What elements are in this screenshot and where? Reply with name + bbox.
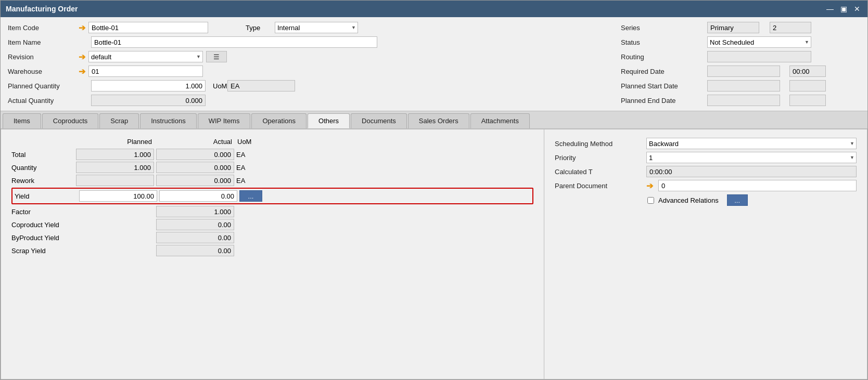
header-form: Item Code ➔ Type Internal Item Name Re [1,17,867,111]
tab-wip-items[interactable]: WIP Items [198,113,251,128]
priority-select[interactable]: 1 [646,152,857,163]
tab-attachments[interactable]: Attachments [470,113,530,128]
parent-document-input[interactable] [658,180,857,191]
required-time-input[interactable] [789,65,826,77]
status-select[interactable]: Not Scheduled [707,36,811,48]
planned-qty-row: Planned Quantity UoM [8,80,600,92]
scrap-yield-label: Scrap Yield [11,247,74,255]
yield-browse-button[interactable]: ... [239,190,262,202]
header-left: Item Code ➔ Type Internal Item Name Re [8,21,600,109]
warehouse-label: Warehouse [8,68,75,75]
advanced-relations-row: Advanced Relations ... [555,194,857,206]
planned-qty-input[interactable] [91,80,206,91]
series-row: Series [621,21,860,34]
tab-items[interactable]: Items [3,113,41,128]
revision-select[interactable]: default [88,51,203,62]
parent-document-row: Parent Document ➔ [555,180,857,191]
parent-document-label: Parent Document [555,182,643,190]
required-date-input[interactable] [707,65,780,77]
uom-input[interactable] [227,80,295,91]
calculated-t-row: Calculated T [555,166,857,177]
series-num-input[interactable] [770,22,811,33]
type-select[interactable]: Internal [275,22,358,33]
planned-start-input[interactable] [707,80,780,91]
planned-end-label: Planned End Date [621,97,704,104]
planned-start-row: Planned Start Date [621,80,860,92]
scheduling-method-select-wrap: Backward [646,138,857,149]
status-row: Status Not Scheduled [621,36,860,48]
tab-scrap[interactable]: Scrap [99,113,139,128]
calculated-t-label: Calculated T [555,168,643,176]
quantity-label: Quantity [11,164,74,172]
planned-end-input[interactable] [707,95,780,106]
required-date-row: Required Date [621,65,860,77]
yield-label: Yield [15,192,77,200]
warehouse-arrow-icon: ➔ [79,67,85,76]
tab-others[interactable]: Others [308,113,350,128]
planned-qty-label: Planned Quantity [8,82,75,90]
minimize-button[interactable]: — [825,4,835,14]
tab-documents[interactable]: Documents [351,113,407,128]
scheduling-method-label: Scheduling Method [555,140,643,148]
tab-coproducts[interactable]: Coproducts [42,113,98,128]
tab-sales-orders[interactable]: Sales Orders [408,113,469,128]
quantity-planned-value: 1.000 [76,162,154,173]
column-headers: Planned Actual UoM [11,138,533,146]
coproduct-yield-value: 0.00 [156,219,234,230]
total-planned-value: 1.000 [76,149,154,160]
rework-row: Rework 0.000 EA [11,175,533,186]
calculated-t-input[interactable] [646,166,857,177]
tab-instructions[interactable]: Instructions [140,113,196,128]
planned-end-time-input[interactable] [789,95,826,106]
tab-operations[interactable]: Operations [251,113,307,128]
main-window: Manufacturing Order — ▣ ✕ Item Code ➔ Ty… [0,0,868,380]
routing-row: Routing [621,50,860,63]
col-empty [12,138,75,146]
revision-browse-button[interactable]: ☰ [206,51,227,62]
title-bar: Manufacturing Order — ▣ ✕ [1,1,867,17]
actual-qty-row: Actual Quantity [8,94,600,107]
coproduct-yield-row: Coproduct Yield 0.00 [11,219,533,230]
revision-label: Revision [8,53,75,61]
status-label: Status [621,38,704,46]
series-label: Series [621,24,704,32]
factor-label-2: Factor [11,208,74,216]
priority-row: Priority 1 [555,152,857,163]
advanced-relations-checkbox[interactable] [647,197,654,204]
planned-start-time-input[interactable] [789,80,826,91]
advanced-relations-browse-button[interactable]: ... [727,194,748,206]
maximize-button[interactable]: ▣ [838,4,849,14]
actual-qty-label: Actual Quantity [8,97,75,104]
rework-label: Rework [11,177,74,185]
scheduling-method-select[interactable]: Backward [646,138,857,149]
col-uom-header: UoM [237,138,263,146]
yield-row-highlight-box: Yield 100.00 0.00 ... [11,188,533,204]
total-label: Total [11,151,74,159]
total-uom: EA [236,151,252,159]
tab-content-area: Planned Actual UoM Total 1.000 0.000 EA … [1,129,867,379]
right-panel: Scheduling Method Backward Priority 1 [544,129,867,379]
coproduct-yield-label: Coproduct Yield [11,221,74,229]
total-row: Total 1.000 0.000 EA [11,149,533,160]
priority-select-wrap: 1 [646,152,857,163]
quantity-uom: EA [236,164,252,172]
item-code-row: Item Code ➔ Type Internal [8,21,600,34]
warehouse-row: Warehouse ➔ [8,65,600,77]
col-planned-header: Planned [77,138,155,146]
warehouse-input[interactable] [88,65,203,77]
yield-actual-value[interactable]: 0.00 [159,190,237,202]
close-button[interactable]: ✕ [852,4,862,14]
item-code-arrow-icon: ➔ [79,23,85,33]
revision-row: Revision ➔ default ☰ [8,50,600,63]
item-name-input[interactable] [91,36,377,48]
title-bar-controls: — ▣ ✕ [825,4,862,14]
scrap-yield-value: 0.00 [156,245,234,256]
routing-input[interactable] [707,51,811,62]
item-code-input[interactable] [88,22,208,33]
yield-row-container: Yield 100.00 0.00 ... [11,188,533,204]
series-input[interactable] [707,22,759,33]
yield-planned-value[interactable]: 100.00 [79,190,157,202]
actual-qty-input[interactable] [91,95,206,106]
type-label: Type [246,24,272,32]
required-date-label: Required Date [621,68,704,75]
